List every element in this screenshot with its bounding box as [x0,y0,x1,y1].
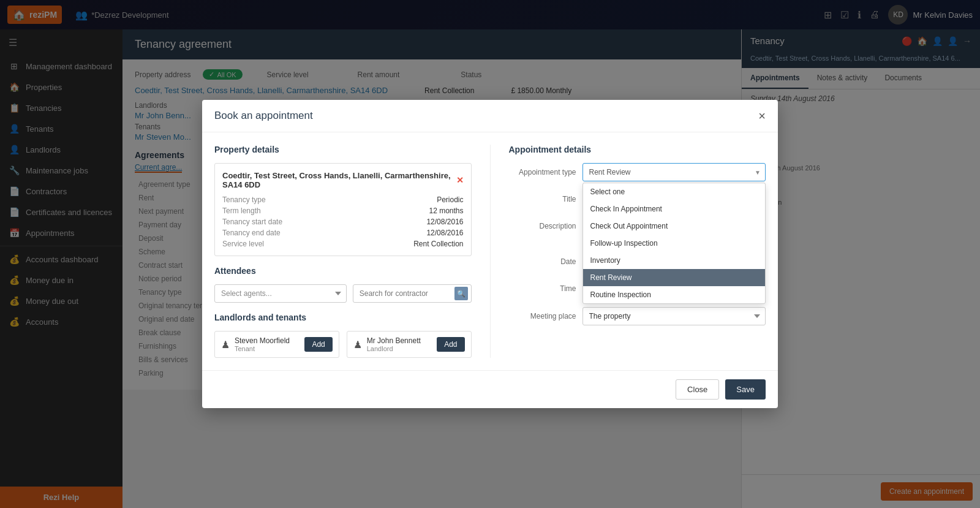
modal-title: Book an appointment [214,110,313,122]
property-detail-box: Coedtir, Test Street, Cross Hands, Llane… [214,163,472,256]
time-label: Time [509,279,576,293]
property-detail-address: Coedtir, Test Street, Cross Hands, Llane… [222,171,464,189]
landlords-tenants-title: Landlords and tenants [214,313,472,322]
tenant-name: Steven Moorfield Tenant [235,336,300,352]
modal-body: Property details Coedtir, Test Street, C… [202,132,778,370]
meeting-place-wrapper: The property Office Other [582,307,766,325]
dropdown-item-routine[interactable]: Routine Inspection [583,286,766,303]
tenant-icon: ♟ [221,339,230,351]
add-tenant-button[interactable]: Add [304,337,332,352]
attendees-row: Select agents... 🔍 [214,284,472,303]
tenancy-type-value: Periodic [349,195,464,204]
modal: Book an appointment × Property details C… [202,100,778,408]
agents-dropdown[interactable]: Select agents... [214,284,347,303]
appointment-type-dropdown: Select one Check In Appointment Check Ou… [582,183,766,304]
add-landlord-button[interactable]: Add [437,337,464,352]
appointment-type-wrapper: Select one Check In Appointment Check Ou… [582,163,766,181]
modal-close-button[interactable]: × [758,110,766,122]
tenant-card: ♟ Steven Moorfield Tenant Add [214,331,339,358]
meeting-place-label: Meeting place [509,307,576,320]
dropdown-item-follow-up[interactable]: Follow-up Inspection [583,235,766,252]
appointment-type-label: Appointment type [509,163,576,176]
dropdown-item-rent-review[interactable]: Rent Review [583,269,766,286]
contractor-search-button[interactable]: 🔍 [454,287,468,300]
tenancy-detail-grid: Tenancy type Periodic Term length 12 mon… [222,195,464,248]
modal-left: Property details Coedtir, Test Street, C… [214,145,490,358]
tenancy-start-value: 12/08/2016 [349,218,464,226]
dropdown-item-inventory[interactable]: Inventory [583,252,766,269]
modal-header: Book an appointment × [202,100,778,132]
meeting-place-select[interactable]: The property Office Other [582,307,766,325]
people-row: ♟ Steven Moorfield Tenant Add ♟ Mr John … [214,331,472,358]
attendees-title: Attendees [214,266,472,276]
contractor-search-wrapper: 🔍 [353,284,472,303]
save-button[interactable]: Save [725,379,766,400]
meeting-place-row: Meeting place The property Office Other [509,307,766,325]
tenancy-end-value: 12/08/2016 [349,229,464,237]
remove-property-icon[interactable]: ✕ [456,175,464,185]
dropdown-item-select-one[interactable]: Select one [583,183,766,200]
landlord-name: Mr John Bennett Landlord [367,336,432,352]
dropdown-item-check-out[interactable]: Check Out Appointment [583,218,766,235]
service-level-value: Rent Collection [349,240,464,248]
date-label: Date [509,252,576,266]
modal-right: Appointment details Appointment type Sel… [490,145,766,358]
appointment-type-row: Appointment type Select one Check In App… [509,163,766,181]
landlord-card: ♟ Mr John Bennett Landlord Add [347,331,472,358]
term-length-label: Term length [222,207,337,215]
appointment-type-select[interactable]: Select one Check In Appointment Check Ou… [582,163,766,181]
service-level-label: Service level [222,240,337,248]
description-label: Description [509,217,576,230]
modal-overlay: Book an appointment × Property details C… [0,0,980,508]
dropdown-item-check-in[interactable]: Check In Appointment [583,200,766,218]
property-details-title: Property details [214,145,472,154]
tenancy-end-label: Tenancy end date [222,229,337,237]
landlord-icon: ♟ [353,339,362,351]
term-length-value: 12 months [349,207,464,215]
title-label: Title [509,190,576,203]
contractor-search-input[interactable] [353,284,472,303]
tenancy-type-label: Tenancy type [222,195,337,204]
appointment-details-title: Appointment details [509,145,766,154]
close-button[interactable]: Close [676,379,719,400]
tenancy-start-label: Tenancy start date [222,218,337,226]
modal-footer: Close Save [202,370,778,408]
